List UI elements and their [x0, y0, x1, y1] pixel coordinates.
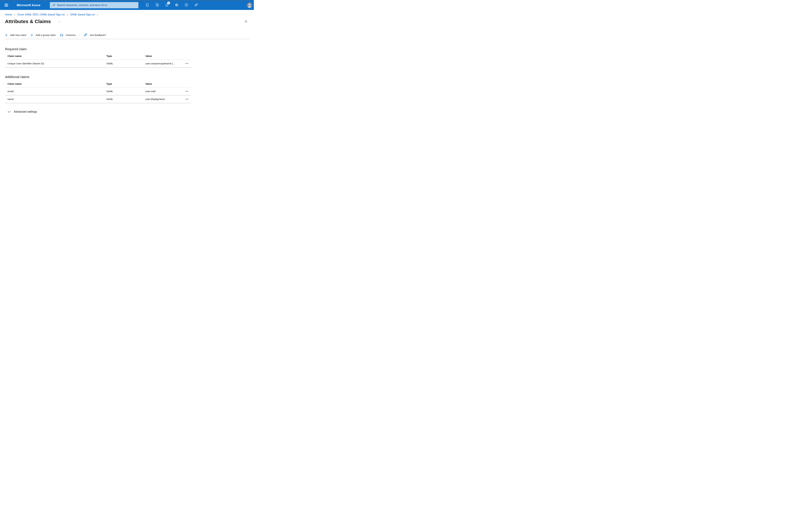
topbar-icon-group: 6 ? — [142, 0, 201, 10]
azure-portal-page: Microsoft Azure Search resources, servic… — [0, 0, 254, 113]
column-header-claim-name: Claim name — [5, 55, 106, 58]
feedback-icon — [194, 3, 198, 7]
search-input[interactable]: Search resources, services, and docs (G+… — [50, 2, 138, 8]
claim-value-cell: user.displayname — [145, 98, 181, 101]
claim-name-cell: Unique User Identifier (Name ID) — [5, 62, 106, 65]
table-row[interactable]: name SAML user.displayname — [5, 96, 191, 103]
settings-button[interactable] — [172, 0, 181, 10]
feedback-icon — [84, 33, 87, 37]
required-claim-table: Claim name Type Value Unique User Identi… — [5, 53, 191, 67]
advanced-settings-toggle[interactable]: Advanced settings — [5, 110, 37, 113]
got-feedback-button[interactable]: Got feedback? — [84, 33, 106, 37]
cloud-shell-icon — [146, 3, 149, 7]
columns-button[interactable]: Columns — [60, 34, 76, 36]
table-row[interactable]: Unique User Identifier (Name ID) SAML us… — [5, 60, 191, 67]
command-bar-rule — [5, 39, 250, 39]
plus-icon — [5, 34, 8, 36]
help-icon: ? — [184, 3, 188, 7]
title-more-icon[interactable] — [58, 22, 60, 22]
claim-type-cell: SAML — [106, 98, 145, 101]
page-title: Attributes & Claims — [5, 19, 51, 24]
column-header-claim-name: Claim name — [5, 82, 106, 85]
feedback-button[interactable] — [191, 0, 201, 10]
row-more-icon[interactable] — [185, 98, 189, 101]
brand-logo[interactable]: Microsoft Azure — [17, 0, 40, 10]
svg-text:?: ? — [185, 4, 187, 6]
chevron-down-icon — [8, 111, 11, 113]
table-header-row: Claim name Type Value — [5, 53, 191, 60]
blade-content: Home > Azure SAML SSO | SAML-based Sign-… — [0, 13, 254, 113]
column-header-value: Value — [145, 55, 181, 58]
claim-value-cell: user.userprincipalname [... — [145, 62, 181, 65]
add-new-claim-button[interactable]: Add new claim — [5, 34, 27, 36]
row-more-icon[interactable] — [185, 90, 189, 93]
claim-name-cell: name — [5, 98, 106, 101]
table-header-row: Claim name Type Value — [5, 80, 191, 88]
breadcrumb-separator: > — [97, 13, 98, 16]
claim-type-cell: SAML — [106, 90, 145, 93]
claim-value-cell: user.mail — [145, 90, 181, 93]
settings-gear-icon — [175, 3, 178, 7]
search-placeholder: Search resources, services, and docs (G+… — [57, 4, 107, 7]
toolbar-divider — [80, 33, 80, 37]
claim-type-cell: SAML — [106, 62, 145, 65]
title-row: Attributes & Claims — [5, 19, 250, 24]
columns-icon — [60, 34, 63, 36]
breadcrumb: Home > Azure SAML SSO | SAML-based Sign-… — [5, 13, 250, 16]
close-icon[interactable] — [244, 20, 248, 23]
column-header-type: Type — [106, 82, 145, 85]
row-more-icon[interactable] — [185, 62, 189, 65]
column-header-type: Type — [106, 55, 145, 58]
directory-filter-button[interactable] — [152, 0, 162, 10]
help-button[interactable]: ? — [181, 0, 191, 10]
breadcrumb-separator: > — [67, 13, 68, 16]
directory-filter-icon — [155, 3, 159, 7]
plus-icon — [31, 34, 33, 36]
search-icon — [52, 4, 55, 7]
claim-name-cell: email — [5, 90, 106, 93]
breadcrumb-app-link[interactable]: Azure SAML SSO | SAML-based Sign-on — [17, 13, 65, 16]
command-bar: Add new claim Add a group claim Columns — [5, 31, 250, 39]
hamburger-menu-button[interactable] — [3, 0, 9, 10]
additional-claims-table: Claim name Type Value email SAML user.ma… — [5, 80, 191, 103]
topbar: Microsoft Azure Search resources, servic… — [0, 0, 254, 10]
avatar[interactable] — [247, 2, 252, 8]
advanced-settings-label: Advanced settings — [14, 110, 37, 113]
breadcrumb-signon-link[interactable]: SAML-based Sign-on — [70, 13, 95, 16]
column-header-value: Value — [145, 82, 181, 85]
add-group-claim-button[interactable]: Add a group claim — [31, 34, 56, 36]
additional-claims-heading: Additional claims — [5, 75, 250, 79]
breadcrumb-separator: > — [14, 13, 16, 16]
breadcrumb-home-link[interactable]: Home — [5, 13, 12, 16]
table-row[interactable]: email SAML user.mail — [5, 88, 191, 96]
cloud-shell-button[interactable] — [142, 0, 152, 10]
notifications-button[interactable]: 6 — [162, 0, 172, 10]
notification-badge: 6 — [167, 2, 170, 4]
required-claim-heading: Required claim — [5, 47, 250, 51]
